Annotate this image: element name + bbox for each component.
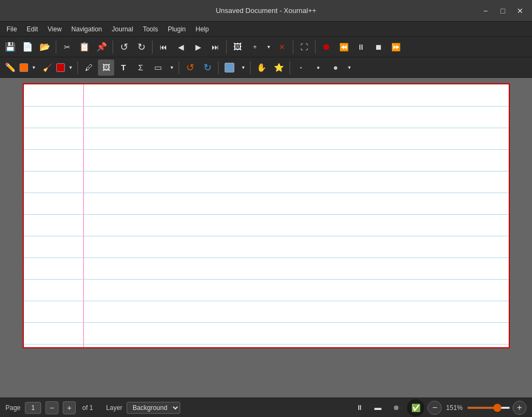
cut-button[interactable] <box>59 39 75 55</box>
h-line-5 <box>24 193 509 193</box>
fill-dropdown[interactable]: ▾ <box>239 59 247 76</box>
pause-icon: ⏸ <box>357 43 365 51</box>
zoom-percent: 151% <box>446 404 463 412</box>
eraser-color-swatch[interactable] <box>56 63 65 72</box>
dot-large-button[interactable]: ● <box>327 59 344 76</box>
menu-tools[interactable]: Tools <box>139 24 162 35</box>
latex-tool-button[interactable]: Σ <box>133 59 149 76</box>
open-icon <box>40 42 50 52</box>
paste-page-button[interactable] <box>94 39 110 55</box>
h-line-4 <box>24 171 509 171</box>
pencil-color-swatch[interactable] <box>19 63 28 72</box>
add-page-icon: + <box>253 43 257 51</box>
text-tool-button[interactable]: T <box>115 59 132 76</box>
pause-button[interactable]: ⏸ <box>353 39 369 55</box>
shape-tool-button[interactable]: ▭ <box>150 59 166 76</box>
rotate-cw-button[interactable] <box>199 59 215 76</box>
insert-image-button[interactable] <box>229 39 246 55</box>
menu-file[interactable]: File <box>2 24 21 35</box>
pencil-button[interactable]: ✏️ <box>2 59 18 76</box>
image-tool-button[interactable]: 🖼 <box>98 59 114 76</box>
stop-recording-button[interactable]: ▬ <box>370 400 385 415</box>
undo-button[interactable] <box>116 39 132 55</box>
save-button[interactable] <box>2 39 18 55</box>
copy-page-button[interactable] <box>76 39 93 55</box>
menu-journal[interactable]: Journal <box>108 24 137 35</box>
next-page-icon: ▶ <box>195 43 201 51</box>
page-lines <box>24 84 509 347</box>
star-tool-button[interactable]: ⭐ <box>271 59 287 76</box>
minimize-button[interactable]: − <box>478 3 493 18</box>
pause-recording-button[interactable]: ⏸ <box>352 400 367 415</box>
stop-button[interactable]: ⏹ <box>370 39 386 55</box>
page-increment-button[interactable]: + <box>63 401 76 414</box>
first-page-button[interactable]: ⏮ <box>155 39 172 55</box>
record-icon: ⏺ <box>322 42 331 52</box>
maximize-button[interactable]: □ <box>495 3 510 18</box>
separator <box>293 41 293 54</box>
dot-large-icon: ● <box>333 63 338 72</box>
dot-medium-button[interactable]: ● <box>310 59 326 76</box>
screen-record-button[interactable]: ⏺ <box>389 400 404 415</box>
dot-small-button[interactable]: ● <box>293 59 309 76</box>
zoom-slider[interactable] <box>467 407 510 409</box>
separator <box>152 41 153 54</box>
separator <box>56 41 56 54</box>
status-right: ⏸ ▬ ⏺ ✅ − 151% + <box>352 399 527 416</box>
shape-dropdown[interactable]: ▾ <box>167 59 176 76</box>
add-page-dropdown[interactable]: + <box>247 39 263 55</box>
prev-page-button[interactable]: ◀ <box>173 39 189 55</box>
separator <box>77 61 78 74</box>
hand-tool-button[interactable]: ✋ <box>253 59 270 76</box>
back-icon: ⏪ <box>339 43 349 51</box>
page-number-input[interactable] <box>25 402 41 414</box>
del-page-button[interactable]: ✕ <box>274 39 290 55</box>
menu-edit[interactable]: Edit <box>22 24 42 35</box>
pencil-dropdown[interactable]: ▾ <box>29 59 38 76</box>
status-bar: Page − + of 1 Layer Background ⏸ ▬ ⏺ ✅ −… <box>0 398 532 417</box>
menu-help[interactable]: Help <box>191 24 213 35</box>
last-page-button[interactable]: ⏭ <box>207 39 224 55</box>
zoom-in-button[interactable]: + <box>513 401 527 415</box>
close-button[interactable]: ✕ <box>513 3 528 18</box>
forward-icon: ⏩ <box>391 43 400 51</box>
next-page-button[interactable]: ▶ <box>190 39 206 55</box>
rotate-ccw-button[interactable] <box>182 59 198 76</box>
record-button[interactable]: ⏺ <box>318 39 334 55</box>
snap-button[interactable]: ✅ <box>407 399 424 416</box>
eraser-button[interactable]: 🧹 <box>39 59 55 76</box>
page-decrement-button[interactable]: − <box>45 401 58 414</box>
h-line-6 <box>24 214 509 215</box>
stop-icon: ⏹ <box>375 43 382 51</box>
window-title: Unsaved Document - Xournal++ <box>135 6 397 15</box>
h-line-3 <box>24 149 509 150</box>
new-button[interactable] <box>19 39 36 55</box>
paste-icon <box>96 42 107 52</box>
menu-plugin[interactable]: Plugin <box>163 24 190 35</box>
menu-view[interactable]: View <box>43 24 66 35</box>
zoom-controls: − 151% + <box>428 401 527 415</box>
canvas-area[interactable] <box>0 78 532 398</box>
fullscreen-button[interactable]: ⛶ <box>296 39 312 55</box>
toolbar-1: ⏮ ◀ ▶ ⏭ + ▾ ✕ ⛶ ⏺ ⏪ ⏸ ⏹ ⏩ <box>0 37 532 57</box>
back-button[interactable]: ⏪ <box>336 39 352 55</box>
eraser-dropdown[interactable]: ▾ <box>66 59 75 76</box>
highlighter-button[interactable]: 🖊 <box>81 59 97 76</box>
h-line-2 <box>24 128 509 128</box>
zoom-out-button[interactable]: − <box>428 401 442 415</box>
separator <box>113 41 113 54</box>
fill-color-button[interactable] <box>221 59 238 76</box>
insert-image-icon <box>233 42 242 52</box>
layer-select[interactable]: Background <box>127 402 180 414</box>
redo-icon <box>137 41 146 53</box>
page-dropdown-arrow[interactable]: ▾ <box>264 39 273 55</box>
separator <box>179 61 179 74</box>
h-line-11 <box>24 322 509 323</box>
menu-navigation[interactable]: Navigation <box>67 24 107 35</box>
dot-dropdown[interactable]: ▾ <box>345 59 353 76</box>
forward-button[interactable]: ⏩ <box>387 39 404 55</box>
h-line-12 <box>24 344 509 345</box>
h-line-8 <box>24 257 509 258</box>
open-button[interactable] <box>37 39 53 55</box>
redo-button[interactable] <box>133 39 149 55</box>
